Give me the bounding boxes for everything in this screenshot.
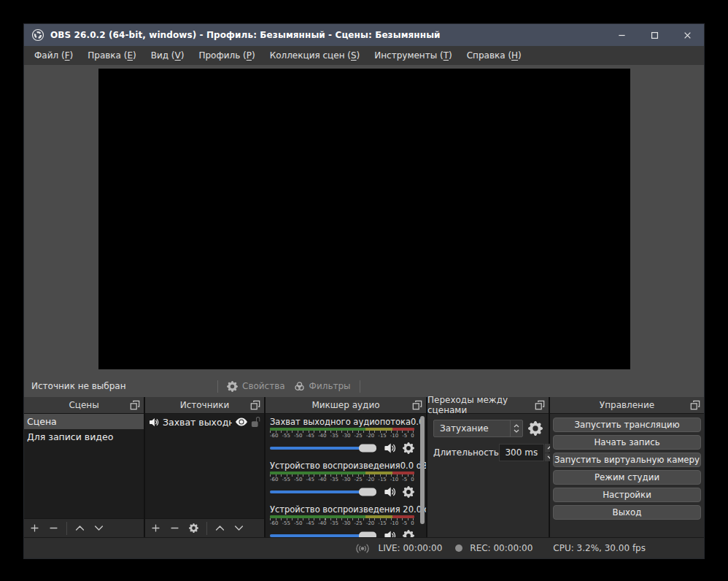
properties-button[interactable]: Свойства	[227, 381, 285, 392]
broadcast-icon	[354, 543, 371, 554]
menu-item-f[interactable]: Файл (F)	[27, 46, 80, 65]
move-scene-up-button[interactable]	[75, 523, 85, 533]
channel-settings-button[interactable]	[403, 486, 414, 498]
volume-slider-handle[interactable]	[359, 445, 376, 453]
menu-item-v[interactable]: Вид (V)	[144, 46, 192, 65]
scenes-panel-header[interactable]: Сцены	[24, 397, 144, 414]
volume-slider[interactable]	[270, 447, 376, 450]
duration-spinbox[interactable]: 300 ms	[499, 444, 556, 461]
menu-item-p[interactable]: Профиль (P)	[191, 46, 262, 65]
menu-item-t[interactable]: Инструменты (T)	[367, 46, 459, 65]
mute-button[interactable]	[383, 529, 396, 537]
source-toolbar: Источник не выбран Свойства Фильтры	[24, 375, 704, 397]
meter-tick-label: -55	[282, 433, 290, 439]
start-virtual-camera-button[interactable]: Запустить виртуальную камеру	[553, 453, 701, 467]
meter-tick-label: -25	[354, 433, 362, 439]
volume-slider[interactable]	[270, 490, 376, 493]
minimize-button[interactable]	[605, 24, 638, 46]
mixer-scrollbar[interactable]	[420, 416, 425, 524]
popout-icon[interactable]	[412, 400, 422, 410]
meter-tick-label: -30	[342, 520, 350, 527]
transition-select[interactable]: Затухание	[433, 420, 523, 437]
audio-mixer-panel: Микшер аудио Захват выходного аудиопоток…	[266, 397, 426, 537]
meter-tick-label: -50	[294, 433, 302, 439]
meter-tick-label: -60	[270, 477, 278, 483]
meter-tick-label: -10	[390, 520, 398, 527]
meter-tick-label: -50	[294, 520, 302, 527]
eye-icon[interactable]	[236, 416, 247, 428]
channel-settings-button[interactable]	[403, 442, 414, 454]
meter-tick-label: -20	[366, 477, 374, 483]
popout-icon[interactable]	[130, 400, 140, 410]
combo-spinner[interactable]	[510, 420, 522, 436]
add-source-button[interactable]	[151, 523, 160, 533]
meter-tick-label: -45	[306, 433, 314, 439]
controls-panel-header[interactable]: Управление	[550, 397, 704, 414]
meter-tick-label: -10	[390, 433, 398, 439]
duration-value[interactable]: 300 ms	[499, 444, 544, 461]
meter-tick-label: -20	[366, 520, 374, 527]
source-name: Захват выходног	[163, 417, 232, 428]
remove-scene-button[interactable]	[49, 523, 58, 533]
close-button[interactable]	[671, 24, 704, 46]
transition-settings-button[interactable]	[528, 421, 543, 436]
transitions-panel-header[interactable]: Переходы между сценами	[427, 397, 549, 414]
meter-scale: -60-55-50-45-40-35-30-25-20-15-10-50	[270, 477, 414, 483]
sources-panel: Источники Захват выходног	[145, 397, 264, 537]
volume-slider-handle[interactable]	[359, 488, 376, 496]
source-properties-button[interactable]	[189, 523, 198, 533]
popout-icon[interactable]	[690, 400, 700, 410]
cpu-fps-status: CPU: 3.2%, 30.00 fps	[553, 543, 646, 553]
channel-settings-button[interactable]	[403, 530, 414, 537]
volume-slider-handle[interactable]	[359, 532, 376, 538]
meter-tick-label: 0	[411, 433, 414, 439]
preview-canvas[interactable]	[98, 69, 630, 369]
menu-item-h[interactable]: Справка (H)	[460, 46, 529, 65]
sources-panel-header[interactable]: Источники	[145, 397, 264, 414]
filters-button[interactable]: Фильтры	[294, 381, 351, 392]
settings-button[interactable]: Настройки	[553, 488, 701, 502]
controls-body: Запустить трансляциюНачать записьЗапусти…	[550, 414, 704, 537]
meter-tick-label: -25	[354, 520, 362, 527]
add-scene-button[interactable]	[30, 523, 39, 533]
maximize-button[interactable]	[638, 24, 671, 46]
mute-button[interactable]	[383, 442, 396, 455]
meter-tick-label: -50	[294, 477, 302, 483]
move-scene-down-button[interactable]	[94, 523, 104, 533]
start-recording-button[interactable]: Начать запись	[553, 435, 701, 450]
popout-icon[interactable]	[535, 400, 545, 410]
mixer-channel: Захват выходного аудиопотока0.0 dB-60-55…	[270, 417, 414, 455]
volume-slider[interactable]	[270, 534, 376, 537]
record-dot-icon	[455, 545, 462, 552]
move-source-down-button[interactable]	[234, 523, 244, 533]
sources-panel-title: Источники	[180, 400, 230, 410]
menu-item-s[interactable]: Коллекция сцен (S)	[263, 46, 368, 65]
source-item[interactable]: Захват выходног	[145, 414, 264, 430]
scenes-panel: Сцены СценаДля записи видео	[24, 397, 144, 537]
studio-mode-button[interactable]: Режим студии	[553, 470, 701, 485]
filters-label: Фильтры	[309, 381, 351, 391]
mixer-channel: Устройство воспроизведения 20.0 dB-60-55…	[270, 504, 414, 537]
unlock-icon[interactable]	[251, 417, 261, 427]
popout-icon[interactable]	[250, 400, 260, 410]
exit-button[interactable]: Выход	[553, 505, 701, 520]
move-source-up-button[interactable]	[215, 523, 225, 533]
menu-item-e[interactable]: Правка (E)	[80, 46, 143, 65]
close-icon	[684, 31, 692, 39]
remove-source-button[interactable]	[170, 523, 179, 533]
meter-tick-label: -55	[282, 477, 290, 483]
minimize-icon	[618, 31, 626, 39]
mute-button[interactable]	[383, 485, 396, 499]
mixer-panel-header[interactable]: Микшер аудио	[266, 397, 426, 414]
meter-tick-label: -35	[330, 477, 338, 483]
window-title: OBS 26.0.2 (64-bit, windows) - Профиль: …	[50, 30, 441, 40]
transitions-panel: Переходы между сценами Затухание Длител	[427, 397, 549, 537]
meter-tick-label: -60	[270, 520, 278, 527]
meter-tick-label: -25	[354, 477, 362, 483]
scene-item[interactable]: Сцена	[24, 414, 144, 429]
start-streaming-button[interactable]: Запустить трансляцию	[553, 418, 701, 432]
meter-tick-label: -40	[318, 477, 326, 483]
scene-item[interactable]: Для записи видео	[24, 429, 144, 445]
meter-tick-label: 0	[411, 477, 414, 483]
controls-panel-title: Управление	[600, 400, 654, 410]
